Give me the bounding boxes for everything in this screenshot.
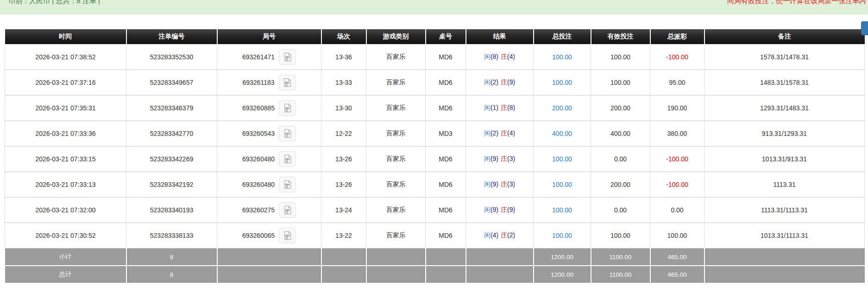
total-bet-link[interactable]: 400.00 xyxy=(552,130,572,137)
cell-session: 13-30 xyxy=(321,96,366,121)
cell-table-no: MD6 xyxy=(426,223,466,248)
total-count: 8 xyxy=(126,266,217,283)
cell-result: 闲(9)庄(9) xyxy=(466,197,534,223)
cell-table-no: MD6 xyxy=(426,146,466,172)
cell-round: 693260885 xyxy=(217,96,321,121)
cell-result: 闲(9)庄(3) xyxy=(466,146,534,172)
cell-remark: 913.31/1293.31 xyxy=(704,121,865,146)
table-row: 2026-03-21 07:30:52 523283338133 6932600… xyxy=(5,223,865,248)
total-bet-link[interactable]: 200.00 xyxy=(552,104,572,112)
total-bet-link[interactable]: 100.00 xyxy=(552,181,572,188)
cell-time: 2026-03-21 07:32:00 xyxy=(5,197,126,223)
video-replay-button[interactable] xyxy=(279,202,296,218)
subtotal-count: 8 xyxy=(126,248,217,266)
cell-result: 闲(1)庄(8) xyxy=(466,96,534,121)
cell-remark: 1483.31/1578.31 xyxy=(704,70,865,96)
cell-valid-bet: 100.00 xyxy=(591,70,650,96)
cell-time: 2026-03-21 07:37:16 xyxy=(5,70,126,96)
video-replay-button[interactable] xyxy=(279,151,296,167)
cell-table-no: MD6 xyxy=(426,70,466,96)
cell-game-type: 百家乐 xyxy=(366,70,426,96)
result-player-label: 闲 xyxy=(484,129,491,137)
table-row: 2026-03-21 07:33:13 523283342192 6932604… xyxy=(5,172,865,197)
video-replay-button[interactable] xyxy=(279,100,296,116)
result-player-points: (9) xyxy=(491,155,498,162)
subtotal-payout: 465.00 xyxy=(650,248,704,266)
total-bet-link[interactable]: 100.00 xyxy=(552,232,572,239)
cell-valid-bet: 0.00 xyxy=(591,146,650,172)
cell-remark: 1013.31/1113.31 xyxy=(704,223,865,248)
cell-time: 2026-03-21 07:30:52 xyxy=(5,223,126,248)
result-player-points: (9) xyxy=(491,180,498,188)
cell-game-type: 百家乐 xyxy=(366,146,426,172)
table-row: 2026-03-21 07:38:52 523283352530 6932614… xyxy=(5,45,865,70)
cell-total-bet: 400.00 xyxy=(534,121,591,146)
result-player-label: 闲 xyxy=(484,180,491,188)
video-replay-icon xyxy=(283,154,293,164)
video-replay-button[interactable] xyxy=(279,49,296,65)
cell-result: 闲(8)庄(4) xyxy=(466,45,534,70)
cell-total-bet: 100.00 xyxy=(534,197,591,223)
col-header-round: 局号 xyxy=(217,29,321,45)
result-banker-points: (4) xyxy=(507,53,515,60)
cell-total-bet: 100.00 xyxy=(534,146,591,172)
result-banker-points: (2) xyxy=(507,231,515,239)
result-player-label: 闲 xyxy=(484,104,491,111)
video-replay-icon xyxy=(283,205,293,215)
result-banker-points: (9) xyxy=(507,206,515,213)
cell-round: 693260543 xyxy=(217,121,321,146)
col-header-result: 结果 xyxy=(466,29,534,45)
total-bet-link[interactable]: 100.00 xyxy=(552,79,572,86)
round-number: 693261183 xyxy=(242,79,274,86)
cell-valid-bet: 100.00 xyxy=(591,223,650,248)
cell-table-no: MD6 xyxy=(426,197,466,223)
cell-game-type: 百家乐 xyxy=(366,223,426,248)
cell-total-bet: 200.00 xyxy=(534,96,591,121)
col-header-total-bet: 总投注 xyxy=(534,29,591,45)
video-replay-icon xyxy=(283,103,293,113)
top-right-edge-button[interactable] xyxy=(861,21,868,35)
cell-result: 闲(2)庄(4) xyxy=(466,121,534,146)
cell-payout: 95.00 xyxy=(650,70,704,96)
col-header-table-no: 桌号 xyxy=(426,29,466,45)
col-header-valid-bet: 有效投注 xyxy=(591,29,650,45)
currency-summary-text: 币别：人民币 | 总共：8 注单 | xyxy=(8,0,100,6)
subtotal-label: 小计 xyxy=(5,248,126,266)
cell-total-bet: 100.00 xyxy=(534,70,591,96)
bet-records-table: 时间 注单编号 局号 场次 游戏类别 桌号 结果 总投注 有效投注 总派彩 备注… xyxy=(5,29,865,283)
video-replay-button[interactable] xyxy=(279,75,296,90)
cell-result: 闲(4)庄(2) xyxy=(466,223,534,248)
result-player-points: (2) xyxy=(491,129,498,137)
cell-total-bet: 100.00 xyxy=(534,172,591,197)
currency-summary-bar: 币别：人民币 | 总共：8 注单 | 同局有效投注，统一计算在该局第一张注单内 xyxy=(0,0,868,14)
cell-remark: 1113.31/1113.31 xyxy=(704,197,865,223)
col-header-bet-id: 注单编号 xyxy=(126,29,217,45)
result-banker-label: 庄 xyxy=(501,53,507,60)
result-banker-points: (9) xyxy=(507,78,515,86)
result-banker-label: 庄 xyxy=(501,78,507,86)
total-payout: 465.00 xyxy=(650,266,704,283)
total-bet-link[interactable]: 100.00 xyxy=(552,155,572,163)
result-player-points: (1) xyxy=(491,104,498,111)
video-replay-button[interactable] xyxy=(279,228,296,243)
total-bet-link[interactable]: 100.00 xyxy=(552,53,572,61)
result-player-points: (8) xyxy=(491,53,498,60)
result-banker-label: 庄 xyxy=(501,180,507,188)
cell-payout: -100.00 xyxy=(650,146,704,172)
total-total-bet: 1200.00 xyxy=(534,266,591,283)
cell-valid-bet: 0.00 xyxy=(591,197,650,223)
cell-game-type: 百家乐 xyxy=(366,172,426,197)
cell-time: 2026-03-21 07:33:36 xyxy=(5,121,126,146)
cell-game-type: 百家乐 xyxy=(366,45,426,70)
result-banker-points: (3) xyxy=(507,155,515,162)
result-banker-points: (3) xyxy=(507,180,515,188)
result-player-points: (9) xyxy=(491,206,498,213)
video-replay-button[interactable] xyxy=(279,126,296,141)
total-bet-link[interactable]: 100.00 xyxy=(552,206,572,214)
result-banker-label: 庄 xyxy=(501,104,507,111)
result-player-points: (4) xyxy=(491,231,498,239)
cell-table-no: MD6 xyxy=(426,96,466,121)
table-row: 2026-03-21 07:33:15 523283342269 6932604… xyxy=(5,146,865,172)
video-replay-button[interactable] xyxy=(279,177,296,192)
result-player-label: 闲 xyxy=(484,206,491,213)
